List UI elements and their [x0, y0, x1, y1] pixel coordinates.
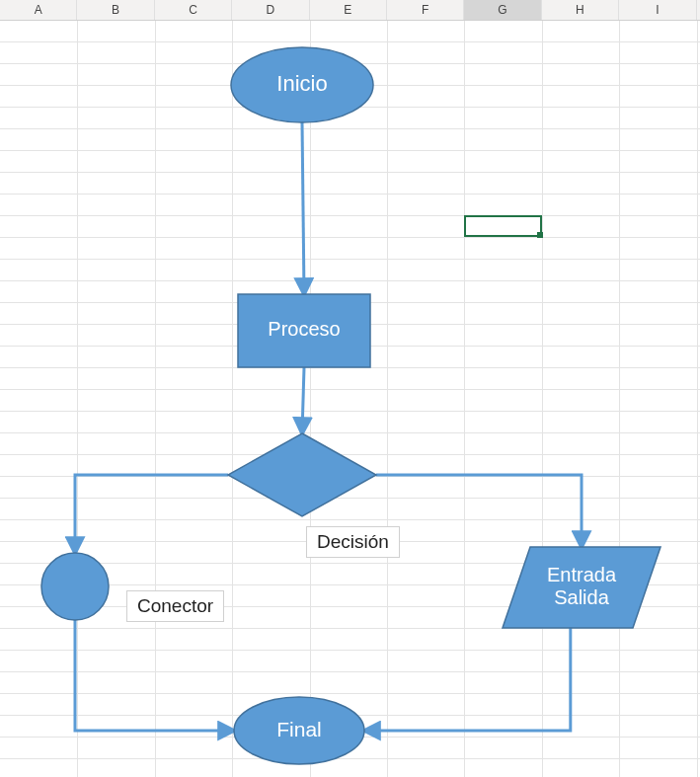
connector-arrow[interactable] [75, 475, 228, 553]
connector-arrow[interactable] [75, 620, 234, 731]
spreadsheet-sheet: A B C D E F G H I InicioProcesoEntradaSa… [0, 0, 700, 777]
column-header[interactable]: C [155, 0, 232, 20]
connector-arrow[interactable] [364, 628, 571, 731]
column-header-active[interactable]: G [464, 0, 541, 20]
connector-arrow[interactable] [302, 122, 304, 294]
column-header[interactable]: B [77, 0, 154, 20]
connector-arrow[interactable] [376, 475, 582, 547]
final-label: Final [276, 718, 322, 740]
proceso-label: Proceso [268, 318, 340, 340]
inicio-label: Inicio [276, 71, 327, 96]
selected-cell[interactable] [464, 215, 541, 237]
shapes-group [41, 47, 661, 764]
entrada-salida-label: EntradaSalida [547, 564, 617, 608]
connector-label-box: Conector [126, 590, 224, 622]
column-header[interactable]: D [232, 0, 309, 20]
connector-arrow[interactable] [302, 367, 304, 433]
conector-circle[interactable] [41, 553, 109, 620]
flowchart-svg: InicioProcesoEntradaSalidaFinal [0, 20, 700, 777]
column-header[interactable]: A [0, 0, 77, 20]
column-header[interactable]: F [387, 0, 464, 20]
column-header[interactable]: H [542, 0, 619, 20]
connectors-group [75, 122, 582, 731]
column-header[interactable]: E [310, 0, 387, 20]
column-header[interactable]: I [619, 0, 696, 20]
decision-diamond[interactable] [228, 433, 376, 516]
decision-label-box: Decisión [306, 526, 400, 558]
flowchart-canvas: InicioProcesoEntradaSalidaFinal Decisión… [0, 20, 700, 777]
column-headers-row: A B C D E F G H I [0, 0, 700, 21]
